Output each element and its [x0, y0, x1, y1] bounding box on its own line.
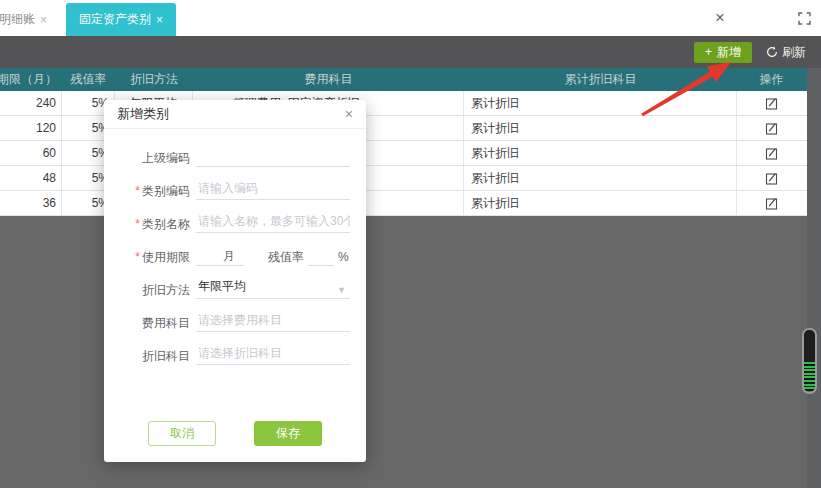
- save-button[interactable]: 保存: [254, 421, 322, 446]
- category-code-input[interactable]: [196, 178, 350, 198]
- fullscreen-icon[interactable]: [791, 0, 817, 36]
- close-icon[interactable]: ×: [705, 0, 735, 36]
- col-header-method: 折旧方法: [115, 68, 193, 91]
- top-tab-bar: 明细账 × 固定资产类别 × ×: [0, 0, 821, 36]
- field-label: 类别名称: [142, 217, 190, 231]
- required-mark: *: [135, 184, 140, 198]
- residual-rate-input[interactable]: [308, 244, 334, 266]
- tab-strip: 明细账 × 固定资产类别 ×: [0, 0, 821, 36]
- plus-icon: +: [705, 45, 712, 59]
- col-header-depreciation-account: 累计折旧科目: [464, 68, 737, 91]
- field-label: 使用期限: [142, 250, 190, 264]
- edit-icon[interactable]: [765, 97, 778, 110]
- dialog-title: 新增类别: [117, 105, 169, 123]
- dialog-header: 新增类别 ×: [104, 100, 366, 129]
- parent-code-input[interactable]: [196, 145, 350, 165]
- col-header-months: 使用期限（月）: [0, 68, 62, 91]
- refresh-icon: [766, 46, 778, 58]
- residual-rate-label: 残值率: [268, 248, 304, 266]
- dialog-body: 上级编码 *类别编码 *类别名称 *使用期限 月 残值率 % 折旧方法 年限平均…: [104, 129, 366, 365]
- caret-down-icon: ▼: [337, 285, 346, 295]
- cancel-button[interactable]: 取消: [148, 421, 216, 446]
- refresh-button[interactable]: 刷新: [766, 44, 806, 61]
- battery-indicator: [802, 328, 817, 394]
- field-category-name: *类别名称: [104, 211, 350, 233]
- refresh-button-label: 刷新: [782, 44, 806, 61]
- right-scroll-strip: [807, 36, 821, 488]
- add-button-label: 新增: [717, 44, 741, 61]
- months-suffix: 月: [223, 247, 235, 265]
- tab-detail-ledger[interactable]: 明细账 ×: [0, 3, 60, 36]
- field-parent-code: 上级编码: [104, 145, 350, 167]
- tab-close-icon[interactable]: ×: [156, 13, 163, 27]
- tab-label: 明细账: [0, 11, 35, 28]
- col-header-actions: 操作: [737, 68, 806, 91]
- field-useful-life: *使用期限 月 残值率 %: [104, 244, 350, 266]
- field-label: 折旧方法: [104, 281, 190, 299]
- table-header-row: 使用期限（月） 残值率 折旧方法 费用科目 累计折旧科目 操作: [0, 68, 807, 91]
- method-select[interactable]: 年限平均 ▼: [196, 277, 350, 299]
- dialog-close-icon[interactable]: ×: [345, 107, 353, 121]
- tab-close-icon[interactable]: ×: [40, 13, 47, 27]
- col-header-residual-rate: 残值率: [62, 68, 115, 91]
- field-label: 费用科目: [104, 314, 190, 332]
- required-mark: *: [135, 217, 140, 231]
- add-category-dialog: 新增类别 × 上级编码 *类别编码 *类别名称 *使用期限 月 残值率 % 折旧…: [104, 100, 366, 462]
- field-label: 类别编码: [142, 184, 190, 198]
- col-header-expense-account: 费用科目: [193, 68, 464, 91]
- depreciation-account-input[interactable]: [196, 343, 350, 363]
- edit-icon[interactable]: [765, 172, 778, 185]
- field-category-code: *类别编码: [104, 178, 350, 200]
- field-label: 上级编码: [104, 149, 190, 167]
- percent-suffix: %: [338, 248, 349, 266]
- edit-icon[interactable]: [765, 197, 778, 210]
- tab-label: 固定资产类别: [79, 11, 151, 28]
- add-button[interactable]: + 新增: [694, 42, 752, 63]
- field-label: 折旧科目: [104, 347, 190, 365]
- field-expense-account: 费用科目: [104, 310, 350, 332]
- field-depreciation-account: 折旧科目: [104, 343, 350, 365]
- edit-icon[interactable]: [765, 147, 778, 160]
- table-toolbar: + 新增 刷新: [0, 36, 821, 68]
- expense-account-input[interactable]: [196, 310, 350, 330]
- edit-icon[interactable]: [765, 122, 778, 135]
- field-method: 折旧方法 年限平均 ▼: [104, 277, 350, 299]
- dialog-footer: 取消 保存: [104, 421, 366, 446]
- required-mark: *: [135, 250, 140, 264]
- method-value: 年限平均: [198, 278, 246, 295]
- tab-fixed-asset-category[interactable]: 固定资产类别 ×: [66, 3, 176, 36]
- useful-life-input[interactable]: 月: [196, 244, 244, 266]
- category-name-input[interactable]: [196, 211, 350, 231]
